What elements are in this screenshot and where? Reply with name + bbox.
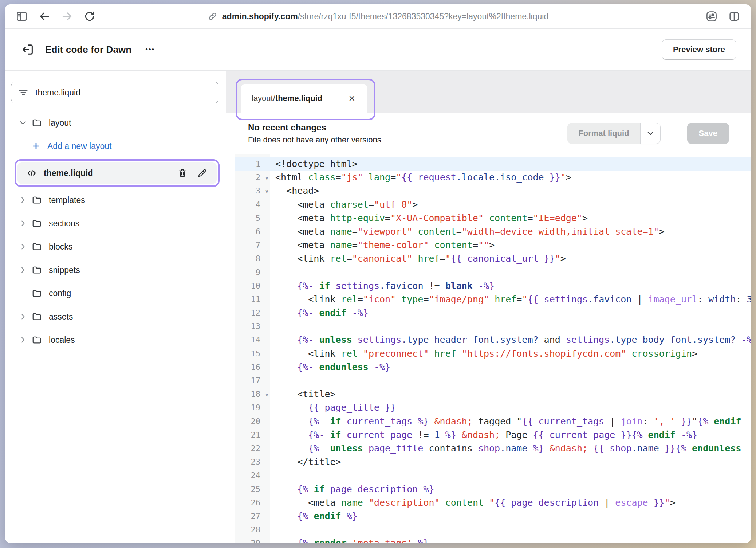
reload-icon[interactable] bbox=[82, 9, 97, 24]
folder-row-snippets[interactable]: snippets bbox=[5, 258, 226, 282]
line-number[interactable]: 12 bbox=[235, 306, 270, 320]
line-number[interactable]: 3∨ bbox=[235, 184, 270, 197]
line-number[interactable]: 13 bbox=[235, 320, 270, 333]
line-number[interactable]: 20 bbox=[235, 415, 270, 428]
folder-icon bbox=[31, 194, 43, 206]
folder-row-assets[interactable]: assets bbox=[5, 305, 226, 328]
line-number[interactable]: 6 bbox=[235, 225, 270, 238]
line-number[interactable]: 7 bbox=[235, 238, 270, 252]
code-lines: <!doctype html><html class="js" lang="{{… bbox=[270, 154, 751, 543]
code-line[interactable] bbox=[270, 469, 751, 482]
line-number[interactable]: 2∨ bbox=[235, 171, 270, 184]
folder-row-locales[interactable]: locales bbox=[5, 328, 226, 352]
format-dropdown-button[interactable] bbox=[640, 123, 661, 144]
back-icon[interactable] bbox=[37, 9, 52, 24]
line-number[interactable]: 18∨ bbox=[235, 387, 270, 401]
folder-row-sections[interactable]: sections bbox=[5, 212, 226, 235]
code-line[interactable]: {%- if current_tags %} &ndash; tagged "{… bbox=[270, 415, 751, 428]
line-number[interactable]: 21 bbox=[235, 428, 270, 442]
line-number[interactable]: 27 bbox=[235, 509, 270, 523]
fold-icon[interactable]: ∨ bbox=[265, 388, 268, 402]
code-line[interactable] bbox=[270, 266, 751, 279]
folder-label: templates bbox=[49, 195, 85, 205]
save-button[interactable]: Save bbox=[687, 123, 729, 144]
line-number[interactable]: 23 bbox=[235, 455, 270, 469]
line-number[interactable]: 29 bbox=[235, 536, 270, 543]
line-number[interactable]: 8 bbox=[235, 252, 270, 265]
chevron-right-icon bbox=[17, 334, 28, 345]
overflow-menu-button[interactable]: ••• bbox=[142, 43, 158, 56]
line-number[interactable]: 9 bbox=[235, 266, 270, 279]
line-number[interactable]: 5 bbox=[235, 211, 270, 225]
fold-icon[interactable]: ∨ bbox=[265, 171, 268, 185]
code-line[interactable]: {%- endif -%} bbox=[270, 306, 751, 320]
folder-label: blocks bbox=[49, 242, 72, 252]
tab-bar: layout/theme.liquid × bbox=[226, 71, 751, 113]
code-line[interactable] bbox=[270, 320, 751, 333]
line-number[interactable]: 14 bbox=[235, 333, 270, 347]
line-number[interactable]: 17 bbox=[235, 374, 270, 387]
line-number[interactable]: 26 bbox=[235, 496, 270, 509]
code-line[interactable]: {%- unless page_title contains shop.name… bbox=[270, 442, 751, 455]
code-line[interactable]: <title> bbox=[270, 387, 751, 401]
code-line[interactable]: {% endif %} bbox=[270, 509, 751, 523]
code-line[interactable]: <meta name="theme-color" content=""> bbox=[270, 238, 751, 252]
format-liquid-button[interactable]: Format liquid bbox=[567, 123, 660, 144]
forward-icon[interactable] bbox=[60, 9, 74, 24]
code-line[interactable]: <meta http-equiv="X-UA-Compatible" conte… bbox=[270, 211, 751, 225]
folder-row-templates[interactable]: templates bbox=[5, 188, 226, 212]
link-icon bbox=[208, 11, 218, 21]
line-number[interactable]: 25 bbox=[235, 482, 270, 496]
code-line[interactable]: </title> bbox=[270, 455, 751, 469]
line-number[interactable]: 11 bbox=[235, 293, 270, 306]
line-number[interactable]: 19 bbox=[235, 401, 270, 414]
sidebar-toggle-icon[interactable] bbox=[15, 9, 29, 24]
code-line[interactable]: <html class="js" lang="{{ request.locale… bbox=[270, 171, 751, 184]
chevron-right-icon bbox=[17, 311, 28, 322]
code-line[interactable] bbox=[270, 523, 751, 536]
code-line[interactable]: <head> bbox=[270, 184, 751, 197]
code-line[interactable]: {%- if settings.favicon != blank -%} bbox=[270, 279, 751, 293]
add-new-layout-link[interactable]: Add a new layout bbox=[5, 134, 226, 158]
code-line[interactable]: {{ page_title }} bbox=[270, 401, 751, 414]
close-tab-icon[interactable]: × bbox=[347, 92, 357, 105]
code-line[interactable]: {% render 'meta-tags' %} bbox=[270, 536, 751, 543]
rename-file-icon[interactable] bbox=[196, 167, 209, 180]
browser-settings-icon[interactable] bbox=[704, 9, 719, 24]
code-line[interactable] bbox=[270, 374, 751, 387]
line-number[interactable]: 22 bbox=[235, 442, 270, 455]
folder-row-blocks[interactable]: blocks bbox=[5, 235, 226, 258]
code-line[interactable]: <link rel="icon" type="image/png" href="… bbox=[270, 293, 751, 306]
line-number[interactable]: 10 bbox=[235, 279, 270, 293]
line-number[interactable]: 28 bbox=[235, 523, 270, 536]
folder-row-layout[interactable]: layout bbox=[5, 111, 226, 134]
line-number[interactable]: 16 bbox=[235, 360, 270, 374]
file-search[interactable] bbox=[11, 82, 218, 103]
code-line[interactable]: <meta charset="utf-8"> bbox=[270, 198, 751, 211]
exit-icon[interactable] bbox=[20, 42, 36, 58]
line-number[interactable]: 4 bbox=[235, 198, 270, 211]
tab-theme-liquid[interactable]: layout/theme.liquid × bbox=[241, 84, 367, 113]
line-number[interactable]: 15 bbox=[235, 347, 270, 360]
folder-icon bbox=[31, 117, 43, 129]
code-line[interactable]: {%- unless settings.type_header_font.sys… bbox=[270, 333, 751, 347]
code-line[interactable]: <meta name="viewport" content="width=dev… bbox=[270, 225, 751, 238]
code-line[interactable]: {% if page_description %} bbox=[270, 482, 751, 496]
code-line[interactable]: <link rel="canonical" href="{{ canonical… bbox=[270, 252, 751, 265]
code-line[interactable]: {%- endunless -%} bbox=[270, 360, 751, 374]
filter-icon bbox=[18, 87, 29, 98]
delete-file-icon[interactable] bbox=[176, 167, 189, 180]
code-line[interactable]: <link rel="preconnect" href="https://fon… bbox=[270, 347, 751, 360]
code-line[interactable]: {%- if current_page != 1 %} &ndash; Page… bbox=[270, 428, 751, 442]
line-number[interactable]: 24 bbox=[235, 469, 270, 482]
line-number[interactable]: 1 bbox=[235, 157, 270, 171]
preview-store-button[interactable]: Preview store bbox=[662, 39, 736, 60]
code-line[interactable]: <meta name="description" content="{{ pag… bbox=[270, 496, 751, 509]
address-bar[interactable]: admin.shopify.com/store/rzq1xu-f5/themes… bbox=[208, 4, 548, 28]
split-view-icon[interactable] bbox=[727, 9, 741, 24]
search-input[interactable] bbox=[35, 87, 212, 98]
file-row-theme-liquid[interactable]: theme.liquid bbox=[17, 162, 217, 184]
fold-icon[interactable]: ∨ bbox=[265, 185, 268, 198]
folder-row-config[interactable]: config bbox=[5, 282, 226, 305]
code-line[interactable]: <!doctype html> bbox=[270, 157, 751, 171]
